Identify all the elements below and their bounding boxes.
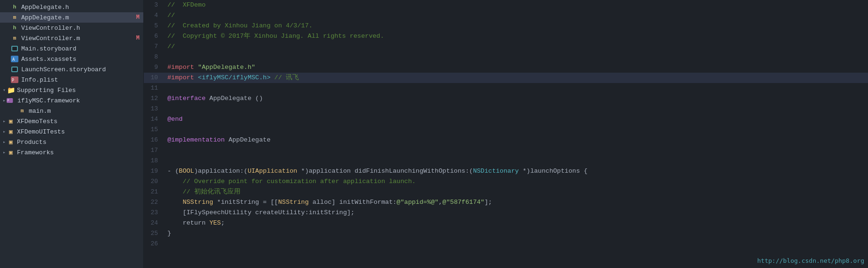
code-line: 12 @interface AppDelegate () [144,93,868,104]
code-editor[interactable]: 3 // XFDemo 4 // 5 // Created by Xinhou … [144,0,868,268]
modified-badge: M [136,14,140,21]
code-line: 4 // [144,10,868,21]
storyboard-icon [10,66,19,73]
sidebar-item-XFDemoUITests[interactable]: ▸ ▣ XFDemoUITests [0,126,143,137]
sidebar-item-LaunchScreen-storyboard[interactable]: LaunchScreen.storyboard [0,64,143,75]
svg-rect-1 [12,47,17,50]
code-line: 3 // XFDemo [144,0,868,10]
line-text: #import <iflyMSC/iflyMSC.h> // 讯飞 [164,73,299,83]
line-text: // 初始化讯飞应用 [164,187,240,197]
line-number: 14 [144,114,164,125]
sidebar-item-SupportingFiles[interactable]: ▾ 📁 Supporting Files [0,85,143,95]
line-number: 25 [144,228,164,239]
line-text [164,125,167,135]
code-line: 8 [144,52,868,62]
code-line: 25 } [144,228,868,239]
folder-icon: ▣ [7,117,15,125]
line-text: [IFlySpeechUtility createUtility:initStr… [164,208,355,218]
code-line: 22 NSString *initString = [[NSString all… [144,197,868,208]
watermark: http://blog.csdn.net/php8.org [757,257,864,264]
code-line: 23 [IFlySpeechUtility createUtility:init… [144,208,868,218]
line-number: 11 [144,83,164,93]
code-line: 19 - (BOOL)application:(UIApplication *)… [144,166,868,176]
sidebar-item-ViewController-h[interactable]: h ViewController.h [0,23,143,33]
line-text: } [164,228,171,239]
line-number: 5 [144,21,164,31]
code-line: 18 [144,156,868,166]
line-text: @implementation AppDelegate [164,135,271,145]
line-number: 10 [144,73,164,83]
line-text: - (BOOL)application:(UIApplication *)app… [164,166,587,176]
m-file-icon: m [10,14,19,21]
code-line: 26 [144,239,868,249]
svg-text:A: A [12,57,15,62]
sidebar-item-Assets-xcassets[interactable]: A Assets.xcassets [0,54,143,64]
line-number: 18 [144,156,164,166]
folder-icon: ▣ [7,138,15,146]
sidebar-item-label: Assets.xcassets [21,56,76,63]
line-text: #import "AppDelegate.h" [164,62,255,73]
code-line: 13 [144,104,868,114]
line-text: return YES; [164,218,225,228]
sidebar-item-main-m[interactable]: m main.m [0,106,143,116]
sidebar-item-label: AppDelegate.h [21,4,69,11]
line-text [164,83,167,93]
chevron-icon: ▸ [3,129,6,134]
folder-icon: ▣ [7,149,15,156]
sidebar-item-Info-plist[interactable]: P Info.plist [0,75,143,85]
sidebar-item-label: ViewController.h [21,25,80,32]
code-line: 7 // [144,42,868,52]
line-text [164,52,167,62]
line-text: // Copyright © 2017年 Xinhou Jiang. All r… [164,31,384,42]
code-line: 14 @end [144,114,868,125]
code-line: 6 // Copyright © 2017年 Xinhou Jiang. All… [144,31,868,42]
line-number: 12 [144,93,164,104]
sidebar-item-AppDelegate-h[interactable]: h AppDelegate.h [0,2,143,12]
line-text: // Created by Xinhou Jiang on 4/3/17. [164,21,313,31]
line-text: @interface AppDelegate () [164,93,263,104]
sidebar-item-Frameworks[interactable]: ▸ ▣ Frameworks [0,147,143,158]
code-line: 21 // 初始化讯飞应用 [144,187,868,197]
line-text [164,239,167,249]
line-text [164,104,167,114]
h-file-icon: h [10,24,19,32]
line-number: 15 [144,125,164,135]
sidebar-item-label: ViewController.m [21,35,80,42]
chevron-icon: ▸ [3,139,6,145]
line-text: NSString *initString = [[NSString alloc]… [164,197,492,208]
line-number: 21 [144,187,164,197]
sidebar-item-AppDelegate-m[interactable]: m AppDelegate.m M [0,12,143,23]
sidebar-item-label: Info.plist [21,76,58,84]
line-text: // [164,10,175,21]
code-line: 17 [144,145,868,156]
line-number: 20 [144,176,164,187]
line-number: 4 [144,10,164,21]
line-number: 23 [144,208,164,218]
framework-icon: F [7,97,15,104]
line-number: 8 [144,52,164,62]
line-number: 9 [144,62,164,73]
sidebar-item-label: XFDemoUITests [17,128,65,135]
file-navigator[interactable]: h AppDelegate.h m AppDelegate.m M h View… [0,0,144,268]
sidebar-item-Products[interactable]: ▸ ▣ Products [0,137,143,147]
svg-text:F: F [8,99,9,103]
line-number: 22 [144,197,164,208]
code-line: 5 // Created by Xinhou Jiang on 4/3/17. [144,21,868,31]
sidebar-item-label: AppDelegate.m [21,14,69,21]
chevron-icon: ▾ [3,87,6,93]
sidebar-item-XFDemoTests[interactable]: ▸ ▣ XFDemoTests [0,116,143,126]
folder-icon: 📁 [7,86,15,94]
modified-badge: M [136,35,140,42]
sidebar-item-ViewController-m[interactable]: m ViewController.m M [0,33,143,43]
sidebar-item-label: Products [17,139,46,146]
sidebar-item-Main-storyboard[interactable]: Main.storyboard [0,43,143,54]
line-number: 26 [144,239,164,249]
code-line: 15 [144,125,868,135]
line-number: 24 [144,218,164,228]
line-text: // XFDemo [164,0,206,10]
line-number: 13 [144,104,164,114]
code-line-highlighted: 10 #import <iflyMSC/iflyMSC.h> // 讯飞 [144,73,868,83]
line-number: 17 [144,145,164,156]
sidebar-item-iflyMSC-framework[interactable]: ▸ F iflyMSC.framework [0,95,143,106]
sidebar-item-label: Frameworks [17,149,54,156]
